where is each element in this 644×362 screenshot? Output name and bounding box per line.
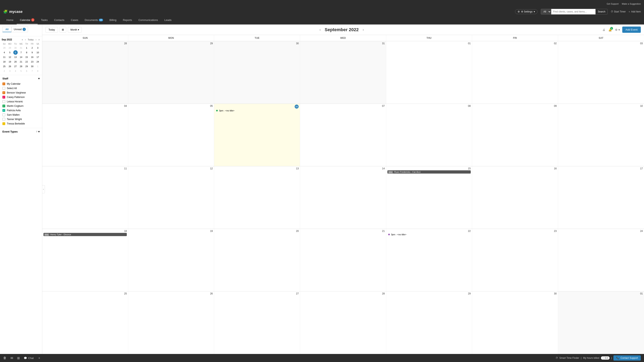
nav-billing[interactable]: Billing [106,16,120,24]
select-all-checkbox[interactable] [2,87,5,90]
cal-event-sep22-1[interactable]: 3pm - <no title> [388,233,471,236]
mini-cal-day[interactable]: 8 [24,50,29,55]
tressa-checkbox[interactable] [2,122,5,125]
staff-martin[interactable]: ✓ Martin Cogburn [2,104,40,108]
mini-cal-day[interactable]: 25 [2,64,6,69]
cal-day-sep22[interactable]: 22 3pm - <no title> [386,229,472,291]
cal-day-sep16[interactable]: 16 [472,166,558,229]
cal-day-sep04[interactable]: 04 [42,104,128,166]
make-suggestion-link[interactable]: Make a Suggestion [622,2,641,5]
mini-cal-day[interactable]: 23 [30,59,34,64]
contact-support-button[interactable]: 📞 Contact Support [614,355,641,361]
mini-cal-day[interactable]: 18 [2,59,6,64]
staff-benson[interactable]: ✓ Benson Varghese [2,90,40,95]
mini-cal-day[interactable]: 4 [13,69,18,73]
nav-communications[interactable]: Communications [135,16,161,24]
nav-tasks[interactable]: Tasks [38,16,51,24]
cal-day-sep07[interactable]: 07 [300,104,386,166]
cal-day-sep24[interactable]: 24 [558,229,644,291]
trash-icon[interactable]: 🗑 [3,356,6,360]
cal-day-aug28[interactable]: 28 [42,41,128,104]
search-button[interactable]: Search [596,9,608,14]
print-button[interactable]: 🖨 [602,27,606,32]
mini-cal-day[interactable]: 6 [24,69,29,73]
mini-cal-day[interactable]: 24 [36,59,40,64]
mini-cal-day[interactable]: 5 [19,69,23,73]
mini-cal-day[interactable]: 4 [2,50,6,55]
mini-cal-day[interactable]: 3 [36,46,40,50]
notifications-button[interactable]: 🔔 1 [608,27,612,32]
mini-cal-day[interactable]: 26 [8,64,12,69]
cal-day-sep06[interactable]: 06 3pm - <no title> [214,104,300,166]
staff-patricia[interactable]: ✓ Patricia Avila [2,108,40,113]
mini-cal-day[interactable]: 16 [30,55,34,59]
staff-select-all[interactable]: Select All [2,86,40,90]
cal-day-sep21[interactable]: 21 [300,229,386,291]
nav-calendar[interactable]: Calendar 1 [17,16,38,24]
mini-cal-day[interactable]: 2 [30,46,34,50]
mini-cal-day[interactable]: 3 [8,69,12,73]
next-month-button[interactable]: › [361,27,365,32]
nav-cases[interactable]: Cases [68,16,82,24]
mini-cal-day[interactable]: 9 [30,50,34,55]
smart-time-finder[interactable]: ⏱ Smart Time Finder [556,357,579,360]
leiasa-checkbox[interactable] [2,100,5,103]
staff-tanner[interactable]: Tanner Wright [2,117,40,121]
sidebar-collapse-button[interactable]: ‹ [42,185,45,193]
cal-day-sep20[interactable]: 20 [214,229,300,291]
get-support-link[interactable]: Get Support [607,2,619,5]
chat-button[interactable]: 💬 Chat [24,357,34,360]
grid-view-button[interactable]: ⊞ [60,27,66,32]
cal-day-oct01[interactable]: 01 [558,291,644,354]
cal-day-sep23[interactable]: 23 [472,229,558,291]
cal-day-sep15[interactable]: 15 SOL Ryan Fredericks - Car Acci [386,166,472,229]
staff-leiasa[interactable]: Leiasa Horanic [2,99,40,104]
mini-cal-day[interactable]: 14 [19,55,23,59]
mini-cal-day[interactable]: 20 [13,59,18,64]
martin-checkbox[interactable]: ✓ [2,105,5,107]
cal-day-sep17[interactable]: 17 [558,166,644,229]
mini-cal-day[interactable]: 17 [36,55,40,59]
cal-event-sep15-1[interactable]: SOL Ryan Fredericks - Car Acci [388,170,471,174]
cal-day-sep18[interactable]: 18 SOL Henry Tyler - Divorce [42,229,128,291]
mini-cal-next[interactable]: › [35,38,37,41]
cal-day-aug31[interactable]: 31 [300,41,386,104]
patricia-checkbox[interactable]: ✓ [2,109,5,112]
mini-cal-day[interactable]: 12 [8,55,12,59]
nav-leads[interactable]: Leads [161,16,175,24]
start-timer-button[interactable]: ⏱ Start Timer [611,10,626,13]
cal-day-sep03[interactable]: 03 [558,41,644,104]
prev-month-button[interactable]: ‹ [318,27,322,32]
cal-day-sep13[interactable]: 13 [214,166,300,229]
mini-cal-prev[interactable]: ‹ [24,38,26,41]
cal-day-sep30[interactable]: 30 [472,291,558,354]
mini-cal-day[interactable]: 7 [30,69,34,73]
today-button[interactable]: Today [46,27,58,32]
staff-casey[interactable]: ✓ Casey Patterson [2,95,40,99]
cal-day-sep09[interactable]: 09 [472,104,558,166]
cal-day-sep12[interactable]: 12 [128,166,214,229]
cal-day-sep02[interactable]: 02 [472,41,558,104]
cal-day-sep08[interactable]: 08 [386,104,472,166]
mini-cal-day[interactable]: 28 [19,64,23,69]
nav-contacts[interactable]: Contacts [51,16,68,24]
search-input[interactable] [551,9,596,14]
mini-cal-day[interactable]: 28 [2,46,6,50]
cal-event-sep06-1[interactable]: 3pm - <no title> [215,109,299,112]
mini-cal-next-next[interactable]: » [38,38,40,41]
cal-day-sep27[interactable]: 27 [214,291,300,354]
cal-day-sep10[interactable]: 10 [558,104,644,166]
casey-checkbox[interactable]: ✓ [2,96,5,98]
mini-cal-day[interactable]: 19 [8,59,12,64]
mini-cal-day[interactable]: 7 [19,50,23,55]
cal-day-sep28[interactable]: 28 [300,291,386,354]
mini-cal-today[interactable]: 6 [13,50,18,55]
settings-button[interactable]: ⚙ ⚙ Settings ▾ [515,9,538,14]
cal-event-sep18-1[interactable]: SOL Henry Tyler - Divorce [44,233,127,236]
mini-cal-day[interactable]: 10 [36,50,40,55]
calculator-icon[interactable]: ⊞ [17,356,20,360]
mini-cal-day[interactable]: 27 [13,64,18,69]
add-event-button[interactable]: Add Event [622,26,641,33]
sam-checkbox[interactable] [2,113,5,116]
cal-day-sep25[interactable]: 25 [42,291,128,354]
